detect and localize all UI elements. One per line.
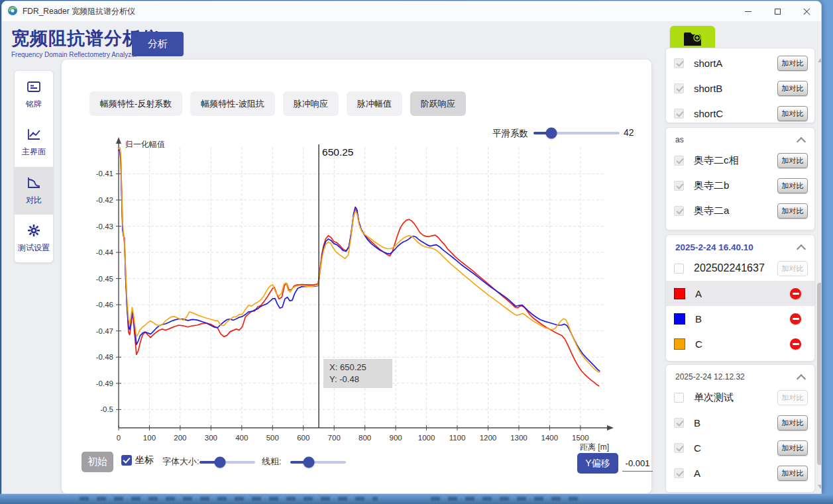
sidebar-item-label: 铭牌 xyxy=(26,99,42,110)
step-response-chart[interactable]: 0100200300400500600700800900100011001200… xyxy=(87,136,627,454)
y-axis-arrow-icon xyxy=(116,137,121,144)
scroll-up-icon[interactable] xyxy=(818,58,822,62)
list-item-A[interactable]: A xyxy=(666,281,814,306)
add-to-compare-button[interactable]: 加对比 xyxy=(777,440,808,456)
list-item-shortB[interactable]: shortB加对比 xyxy=(666,76,814,101)
close-button[interactable] xyxy=(792,1,821,21)
add-to-compare-button[interactable]: 加对比 xyxy=(777,81,808,96)
item-checkbox[interactable] xyxy=(674,109,684,119)
color-swatch xyxy=(674,313,685,325)
list-item-202502241637[interactable]: 202502241637加对比 xyxy=(666,256,814,281)
item-name: 奥寺二b xyxy=(694,179,767,192)
item-name: A xyxy=(695,288,780,299)
scrollbar-thumb[interactable] xyxy=(817,283,822,465)
item-checkbox[interactable] xyxy=(674,156,684,166)
app-window: FDR_Reader 宽频阻抗谱分析仪 宽频阻抗谱分析仪 Frequency D… xyxy=(1,1,822,494)
chart-tabs: 幅频特性-反射系数幅频特性-波阻抗脉冲响应脉冲幅值阶跃响应 xyxy=(89,91,466,116)
sidebar-item-label: 对比 xyxy=(26,195,42,206)
group-title: 2025-2-24 12.12.32 xyxy=(675,372,745,381)
list-item-C[interactable]: C xyxy=(666,331,814,356)
remove-series-button[interactable] xyxy=(790,288,801,299)
font-size-slider[interactable] xyxy=(199,461,255,464)
smooth-coefficient-slider[interactable] xyxy=(533,132,620,134)
cursor-x-label: 650.25 xyxy=(322,146,353,158)
list-item-奥寺二c相[interactable]: 奥寺二c相加对比 xyxy=(666,148,814,173)
list-item-shortC[interactable]: shortC加对比 xyxy=(666,101,814,123)
item-checkbox[interactable] xyxy=(674,393,684,403)
list-item-单次测试[interactable]: 单次测试加对比 xyxy=(666,385,814,410)
reset-button[interactable]: 初始 xyxy=(82,452,113,472)
tab-3[interactable]: 脉冲幅值 xyxy=(347,91,402,116)
minimize-icon xyxy=(745,11,751,12)
item-checkbox[interactable] xyxy=(674,418,684,428)
add-to-compare-button[interactable]: 加对比 xyxy=(777,56,808,71)
analyze-button[interactable]: 分析 xyxy=(132,32,184,56)
remove-series-button[interactable] xyxy=(790,313,801,325)
item-name: shortA xyxy=(694,58,767,69)
maximize-button[interactable] xyxy=(763,1,792,21)
item-name: B xyxy=(694,417,767,428)
list-item-A[interactable]: A加对比 xyxy=(666,460,814,485)
tab-1[interactable]: 幅频特性-波阻抗 xyxy=(190,91,274,116)
list-item-shortA[interactable]: shortA加对比 xyxy=(666,50,814,76)
line-width-label: 线粗: xyxy=(262,456,282,468)
x-tick-label: 500 xyxy=(266,434,279,442)
slider-thumb[interactable] xyxy=(215,457,226,468)
tooltip-x-value: X: 650.25 xyxy=(329,362,366,372)
y-tick-label: -0.46 xyxy=(96,301,113,309)
chevron-up-icon[interactable] xyxy=(797,245,805,250)
add-to-compare-button[interactable]: 加对比 xyxy=(777,178,808,193)
x-tick-label: 800 xyxy=(359,434,371,442)
x-tick-label: 1200 xyxy=(480,434,497,442)
add-to-compare-button[interactable]: 加对比 xyxy=(777,203,808,219)
item-name: C xyxy=(694,442,767,454)
add-to-compare-button[interactable]: 加对比 xyxy=(777,415,808,430)
add-to-compare-button[interactable]: 加对比 xyxy=(777,153,808,168)
series-C xyxy=(119,148,600,372)
y-offset-input[interactable] xyxy=(622,456,653,472)
sidebar-item-nameplate[interactable]: 铭牌 xyxy=(15,71,53,119)
list-item-B[interactable]: B加对比 xyxy=(666,410,814,435)
x-tick-label: 900 xyxy=(390,434,402,442)
x-tick-label: 400 xyxy=(235,434,248,442)
chevron-up-icon[interactable] xyxy=(797,375,805,379)
remove-series-button[interactable] xyxy=(790,338,801,350)
list-item-奥寺二a[interactable]: 奥寺二a加对比 xyxy=(666,198,814,223)
right-panel-scrollbar[interactable] xyxy=(816,54,822,491)
coordinate-checkbox[interactable] xyxy=(121,455,132,466)
tab-0[interactable]: 幅频特性-反射系数 xyxy=(89,91,182,116)
color-swatch xyxy=(674,338,685,350)
coordinate-checkbox-wrap[interactable]: 坐标 xyxy=(121,454,154,466)
list-item-C[interactable]: C加对比 xyxy=(666,435,814,460)
tab-4[interactable]: 阶跃响应 xyxy=(410,91,466,116)
tab-2[interactable]: 脉冲响应 xyxy=(283,91,339,116)
item-checkbox[interactable] xyxy=(674,58,684,68)
item-checkbox[interactable] xyxy=(674,264,684,274)
add-to-compare-button[interactable]: 加对比 xyxy=(777,390,808,405)
item-checkbox[interactable] xyxy=(674,468,684,478)
list-item-B[interactable]: B xyxy=(666,306,814,331)
line-width-slider[interactable] xyxy=(290,461,346,464)
group-header: 2025-2-24 12.12.32 xyxy=(666,365,814,385)
sidebar-item-test-settings[interactable]: 测试设置 xyxy=(15,215,53,262)
chevron-up-icon[interactable] xyxy=(797,138,805,142)
list-item-奥寺二b[interactable]: 奥寺二b加对比 xyxy=(666,173,814,198)
add-to-compare-button[interactable]: 加对比 xyxy=(777,466,808,481)
item-checkbox[interactable] xyxy=(674,443,684,453)
item-checkbox[interactable] xyxy=(674,206,684,216)
x-tick-label: 1100 xyxy=(449,434,466,442)
item-checkbox[interactable] xyxy=(674,181,684,191)
slider-thumb[interactable] xyxy=(303,457,314,468)
add-to-compare-button[interactable]: 加对比 xyxy=(777,106,808,121)
group-title: as xyxy=(675,135,684,144)
add-to-compare-button[interactable]: 加对比 xyxy=(777,261,808,276)
scroll-down-icon[interactable] xyxy=(818,485,822,489)
sidebar-item-compare[interactable]: 对比 xyxy=(15,167,53,215)
tooltip-y-value: Y: -0.48 xyxy=(329,374,359,384)
x-tick-label: 1300 xyxy=(510,434,528,442)
y-offset-button[interactable]: Y偏移 xyxy=(577,453,618,474)
item-checkbox[interactable] xyxy=(674,83,684,93)
window-title: FDR_Reader 宽频阻抗谱分析仪 xyxy=(23,6,135,17)
sidebar-item-main-view[interactable]: 主界面 xyxy=(15,119,53,166)
minimize-button[interactable] xyxy=(734,1,763,21)
